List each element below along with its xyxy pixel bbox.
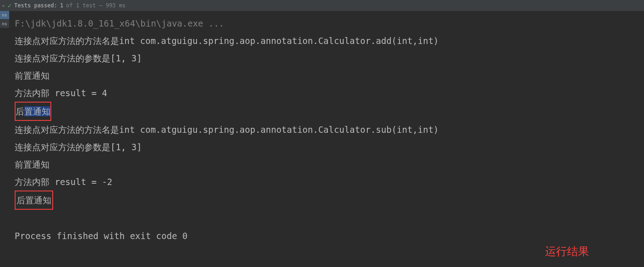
tests-passed-label: Tests passed: — [14, 2, 57, 9]
console-line: 连接点对应方法的方法名是int com.atguigu.spring.aop.a… — [15, 32, 639, 49]
blank-line — [15, 210, 639, 227]
side-tab-1[interactable]: ns — [0, 11, 9, 20]
test-toolbar: » ✓ Tests passed: 1 of 1 test – 993 ms — [0, 0, 644, 11]
console-line: 方法内部 result = 4 — [15, 84, 639, 102]
expand-arrows-icon[interactable]: » — [2, 3, 5, 9]
console-exec-line: F:\jdk\jdk1.8.0_161_x64\bin\java.exe ... — [15, 15, 639, 32]
side-tabs: ns ns — [0, 11, 9, 28]
tests-detail: of 1 test – 993 ms — [66, 2, 126, 9]
side-tab-2[interactable]: ns — [0, 20, 9, 28]
console-line: 前置通知 — [15, 156, 639, 173]
check-icon: ✓ — [8, 2, 11, 9]
console-text: 后 — [16, 106, 24, 116]
annotation-label: 运行结果 — [545, 244, 589, 259]
console-line: 前置通知 — [15, 67, 639, 84]
console-line: 方法内部 result = -2 — [15, 173, 639, 191]
console-output[interactable]: F:\jdk\jdk1.8.0_161_x64\bin\java.exe ...… — [9, 11, 644, 267]
console-line: 连接点对应方法的参数是[1, 3] — [15, 138, 639, 156]
console-line-highlighted-1: 后置通知 — [15, 102, 639, 121]
tests-passed-count: 1 — [60, 2, 63, 9]
console-exit-line: Process finished with exit code 0 — [15, 227, 639, 245]
console-line: 连接点对应方法的方法名是int com.atguigu.spring.aop.a… — [15, 121, 639, 138]
console-text: 后置通知 — [15, 191, 53, 210]
console-line-highlighted-2: 后置通知 — [15, 191, 639, 210]
console-selection: 置通知 — [24, 106, 50, 116]
console-line: 连接点对应方法的参数是[1, 3] — [15, 49, 639, 67]
